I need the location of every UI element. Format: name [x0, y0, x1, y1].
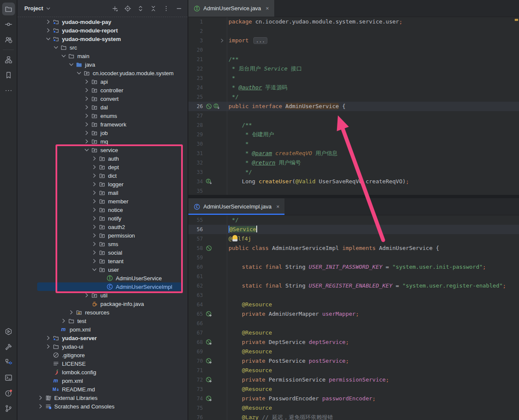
code-line-70[interactable]: 70 private PostService postService;: [188, 356, 519, 366]
tree-item-logger[interactable]: logger: [18, 180, 188, 188]
code-line-30[interactable]: 30 *: [188, 139, 519, 149]
tree-item-lombok-config[interactable]: lombok.config: [18, 368, 188, 376]
code-line-22[interactable]: 22 * 后台用户 Service 接口: [188, 64, 519, 73]
editor-bottom-code[interactable]: 55 */56@Service57@lf4j58public class Adm…: [188, 215, 519, 420]
expand-all-button[interactable]: [137, 5, 144, 12]
fold-chevron-icon[interactable]: [219, 37, 226, 44]
code-line-60[interactable]: 60 static final String USER_INIT_PASSWOR…: [188, 262, 519, 272]
close-icon[interactable]: ×: [266, 5, 269, 12]
tree-item-enums[interactable]: enums: [18, 112, 188, 120]
tree-item-util[interactable]: util: [18, 291, 188, 300]
code-line-34[interactable]: 34I Long createUser(@Valid UserSaveReqVO…: [188, 177, 519, 186]
version-control-toolwindow-button[interactable]: [2, 402, 15, 415]
add-button[interactable]: [111, 5, 118, 12]
editor-splitter[interactable]: [188, 195, 519, 198]
code-line-76[interactable]: 76 @Lazy // 延迟，避免循环依赖报错: [188, 413, 519, 420]
autowired-icon[interactable]: [205, 358, 212, 364]
chevron-right-icon[interactable]: [83, 112, 90, 119]
code-line-1[interactable]: 1package cn.iocoder.yudao.module.system.…: [188, 17, 519, 26]
code-line-26[interactable]: 26Ipublic interface AdminUserService {: [188, 102, 519, 111]
code-line-32[interactable]: 32 * @return 用户编号: [188, 158, 519, 167]
terminal-toolwindow-button[interactable]: [2, 371, 15, 384]
implementations-icon[interactable]: I: [213, 103, 220, 110]
tree-item-main[interactable]: main: [18, 52, 188, 60]
tree-item-tenant[interactable]: tenant: [18, 257, 188, 265]
tree-item-adminuserservice[interactable]: IAdminUserService: [18, 274, 188, 282]
tree-item-package-info-java[interactable]: package-info.java: [18, 300, 188, 308]
tree-item-job[interactable]: job: [18, 129, 188, 137]
chevron-right-icon[interactable]: [91, 232, 98, 239]
project-toolwindow-button[interactable]: [2, 3, 15, 15]
code-line-20[interactable]: 20: [188, 45, 519, 55]
code-line-73[interactable]: 73 @Resource: [188, 385, 519, 394]
commit-toolwindow-button[interactable]: [2, 18, 15, 31]
close-icon[interactable]: ×: [276, 203, 280, 210]
chevron-right-icon[interactable]: [91, 155, 98, 162]
build-toolwindow-button[interactable]: [2, 341, 15, 353]
code-line-62[interactable]: 62 static final String USER_REGISTER_ENA…: [188, 281, 519, 291]
code-line-2[interactable]: 2: [188, 26, 519, 36]
code-line-56[interactable]: 56@Service: [188, 225, 519, 234]
tree-item-mq[interactable]: mq: [18, 137, 188, 146]
chevron-right-icon[interactable]: [91, 164, 98, 170]
chevron-right-icon[interactable]: [83, 78, 90, 85]
code-line-75[interactable]: 75 @Resource: [188, 403, 519, 413]
editor-top-code[interactable]: 1package cn.iocoder.yudao.module.system.…: [188, 17, 519, 195]
tree-item-yudao-module-report[interactable]: yudao-module-report: [18, 26, 188, 35]
tree-item-notify[interactable]: notify: [18, 214, 188, 223]
chevron-right-icon[interactable]: [91, 198, 98, 205]
tree-item-yudao-module-pay[interactable]: yudao-module-pay: [18, 18, 188, 26]
tree-item-mail[interactable]: mail: [18, 188, 188, 197]
chevron-down-icon[interactable]: [68, 61, 75, 68]
tree-item-dal[interactable]: dal: [18, 103, 188, 112]
code-line-3[interactable]: 3import ...: [188, 36, 519, 45]
tree-item-readme-md[interactable]: MREADME.md: [18, 385, 188, 394]
project-panel-title[interactable]: Project: [24, 5, 43, 12]
chevron-right-icon[interactable]: [83, 292, 90, 299]
autowired-icon[interactable]: [205, 311, 212, 317]
tree-item-notice[interactable]: notice: [18, 206, 188, 214]
spring-bean-icon[interactable]: [205, 103, 212, 110]
code-line-72[interactable]: 72 private PermissionService permissionS…: [188, 375, 519, 385]
code-line-68[interactable]: 68 private DeptService deptService;: [188, 338, 519, 347]
code-line-64[interactable]: 64 @Resource: [188, 300, 519, 309]
chevron-right-icon[interactable]: [45, 335, 52, 341]
tree-item--gitignore[interactable]: .gitignore: [18, 351, 188, 359]
code-line-57[interactable]: 57@lf4j: [188, 234, 519, 244]
code-line-24[interactable]: 24 * @author 芋道源码: [188, 83, 519, 92]
intention-bulb-icon[interactable]: [232, 235, 238, 241]
code-line-63[interactable]: 63: [188, 291, 519, 300]
spring-bean-icon[interactable]: [205, 245, 212, 252]
run-toolwindow-button[interactable]: [2, 325, 15, 338]
tree-item-license[interactable]: LICENSE: [18, 359, 188, 368]
tree-item-java[interactable]: java: [18, 60, 188, 69]
chevron-right-icon[interactable]: [83, 129, 90, 136]
chevron-right-icon[interactable]: [37, 394, 44, 401]
structure-toolwindow-button[interactable]: [2, 53, 15, 66]
code-line-71[interactable]: 71 @Resource: [188, 366, 519, 375]
chevron-down-icon[interactable]: [91, 266, 98, 273]
tree-item-test[interactable]: test: [18, 317, 188, 325]
tree-item-resources[interactable]: resources: [18, 308, 188, 317]
tree-item-cn-iocoder-yudao-module-system[interactable]: cn.iocoder.yudao.module.system: [18, 69, 188, 77]
tree-item-adminuserserviceimpl[interactable]: CAdminUserServiceImpl: [18, 282, 188, 291]
code-line-61[interactable]: 61: [188, 272, 519, 281]
chevron-right-icon[interactable]: [83, 87, 90, 94]
tree-item-external-libraries[interactable]: External Libraries: [18, 394, 188, 402]
tree-item-dept[interactable]: dept: [18, 163, 188, 171]
chevron-right-icon[interactable]: [37, 403, 44, 410]
tree-item-user[interactable]: user: [18, 265, 188, 274]
code-line-27[interactable]: 27: [188, 111, 519, 120]
chevron-right-icon[interactable]: [91, 249, 98, 256]
autowired-icon[interactable]: [205, 395, 212, 402]
code-line-65[interactable]: 65 private AdminUserMapper userMapper;: [188, 309, 519, 319]
tree-item-yudao-module-system[interactable]: yudao-module-system: [18, 35, 188, 43]
autowired-icon[interactable]: [205, 339, 212, 346]
chevron-right-icon[interactable]: [45, 18, 52, 25]
chevron-right-icon[interactable]: [83, 138, 90, 145]
tree-item-permission[interactable]: permission: [18, 231, 188, 240]
problems-toolwindow-button[interactable]: [2, 387, 15, 399]
autowired-icon[interactable]: [205, 376, 212, 383]
bookmarks-toolwindow-button[interactable]: [2, 69, 15, 82]
editor-tab-AdminUserService.java[interactable]: IAdminUserService.java×: [188, 0, 274, 17]
